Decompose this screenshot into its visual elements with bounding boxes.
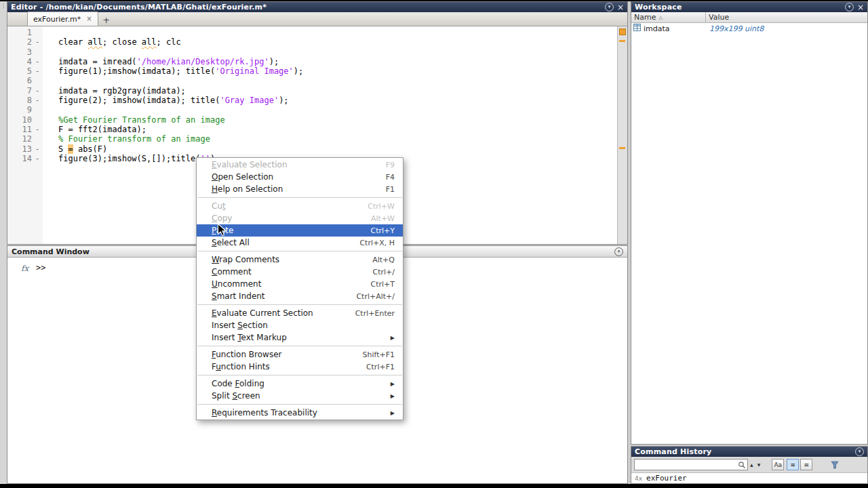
menu-item-evaluate-selection: Evaluate SelectionF9 [197,159,403,171]
menu-item-label: Evaluate Current Section [212,308,339,318]
variable-name: imdata [644,24,670,33]
workspace-close-icon[interactable]: × [857,3,864,12]
search-next-icon[interactable]: ▼ [755,462,763,467]
menu-item-label: Wrap Comments [212,255,356,264]
menu-item-requirements-traceability[interactable]: Requirements Traceability▶ [197,407,403,419]
menu-item-function-hints[interactable]: Function HintsCtrl+F1 [197,361,403,373]
menu-separator [197,346,402,346]
command-history-actions-icon[interactable]: ▾ [855,447,864,456]
menu-item-comment[interactable]: CommentCtrl+/ [197,266,403,278]
menu-item-label: Paste [212,226,354,235]
code-line-6: 6 [7,76,618,85]
fx-icon[interactable]: fx [21,264,28,273]
bottom-border [0,484,868,488]
view-list-button[interactable]: ≡ [787,459,799,470]
editor-title: Editor - /home/kian/Documents/MATLAB/Gha… [11,3,602,12]
code-line-9: 9 [7,105,618,115]
menu-item-shortcut: Ctrl+X, H [359,239,395,247]
menu-item-shortcut: F1 [386,185,395,194]
code-text: imdata = imread('/home/kian/Desktop/rk.j… [43,57,279,66]
command-history-title: Command History [635,447,852,456]
menu-item-label: Function Hints [212,362,350,371]
exec-dash: - [32,144,43,154]
menu-item-smart-indent[interactable]: Smart IndentCtrl+Alt+/ [197,290,403,302]
line-number: 3 [7,47,32,57]
lint-summary-indicator[interactable] [619,28,626,35]
workspace-actions-icon[interactable]: ▾ [845,3,854,12]
menu-separator [197,404,402,405]
history-search-box[interactable] [634,459,748,470]
exec-dash: - [32,66,43,76]
exec-dash: - [32,154,43,163]
tab-close-icon[interactable]: × [86,16,92,22]
column-header-value[interactable]: Value [706,12,867,22]
menu-item-shortcut: Ctrl+Y [370,226,395,235]
menu-item-shortcut: Ctrl+Alt+/ [356,292,395,301]
menu-item-select-all[interactable]: Select AllCtrl+X, H [197,237,403,249]
editor-scrollbar[interactable] [617,26,627,244]
filter-funnel-icon[interactable] [830,460,840,470]
view-compact-button[interactable]: ≡ [800,459,812,470]
tab-exfourier[interactable]: exFourier.m* × [27,12,98,26]
new-tab-button[interactable]: + [100,14,113,26]
menu-item-shortcut: Alt+W [371,214,395,223]
line-number: 13 [7,144,32,154]
tab-label: exFourier.m* [33,15,81,24]
code-text [43,76,58,85]
exec-dash [32,47,43,57]
code-line-11: 11-F = fft2(imadata); [7,125,618,134]
menu-item-help-on-selection[interactable]: Help on SelectionF1 [197,183,403,195]
menu-item-uncomment[interactable]: UncommentCtrl+T [197,278,403,290]
history-entry[interactable]: 4xexFourier [631,473,867,483]
lint-marker-line-2[interactable] [619,40,625,42]
menu-item-shortcut: Ctrl+W [368,202,395,211]
menu-item-label: Comment [212,267,357,277]
menu-item-label: Code Folding [212,379,374,388]
menu-separator [197,197,402,198]
line-number: 11 [7,125,32,134]
menu-separator [197,304,402,305]
exec-dash [32,115,43,125]
command-prompt: >> [36,263,45,272]
code-line-5: 5-figure(1);imshow(imdata); title('Origi… [7,66,618,76]
code-text: clear all; close all; clc [43,37,181,47]
history-list: 4xexFourier [631,473,867,483]
history-search-input[interactable] [635,460,738,469]
line-number: 9 [7,105,32,115]
menu-item-function-browser[interactable]: Function BrowserShift+F1 [197,348,403,361]
search-prev-icon[interactable]: ▲ [748,462,755,467]
menu-item-evaluate-current-section[interactable]: Evaluate Current SectionCtrl+Enter [197,307,403,319]
line-number: 4 [7,57,32,66]
code-line-13: 13-S = abs(F) [7,144,618,154]
lint-marker-line-13[interactable] [619,147,625,149]
menu-separator [197,375,402,375]
workspace-title: Workspace [635,3,842,12]
menu-item-shortcut: Ctrl+T [370,280,395,289]
menu-item-split-screen[interactable]: Split Screen▶ [197,390,403,402]
match-case-button[interactable]: Aa [772,459,784,470]
editor-tab-bar: exFourier.m* × + [7,12,627,26]
editor-close-icon[interactable]: × [617,3,624,12]
editor-actions-icon[interactable]: ▾ [605,3,614,12]
menu-item-label: Function Browser [212,350,346,359]
dock-grip-strip[interactable]: ⋮ [0,1,7,484]
menu-item-insert-section[interactable]: Insert Section [197,319,403,331]
exec-dash: - [32,37,43,47]
submenu-arrow-icon: ▶ [391,381,395,387]
menu-separator [197,251,402,251]
menu-item-shortcut: Ctrl+Enter [355,309,395,318]
line-number: 8 [7,96,32,105]
menu-item-code-folding[interactable]: Code Folding▶ [197,378,403,390]
history-search-toolbar: ▲ ▼ Aa ≡ ≡ [631,457,867,473]
code-line-8: 8-figure(2); imshow(imdata); title('Gray… [7,96,618,105]
exec-dash [32,28,43,37]
menu-item-open-selection[interactable]: Open SelectionF4 [197,171,403,183]
column-header-name[interactable]: Name △ [631,12,706,22]
command-window-actions-icon[interactable]: ▾ [614,247,623,256]
menu-item-wrap-comments[interactable]: Wrap CommentsAlt+Q [197,253,403,266]
menu-item-insert-text-markup[interactable]: Insert Text Markup▶ [197,331,403,344]
workspace-row[interactable]: imdata199x199 uint8 [631,23,867,34]
menu-item-label: Cut [212,201,351,211]
menu-item-cut: CutCtrl+W [197,200,403,212]
code-text [43,47,58,57]
